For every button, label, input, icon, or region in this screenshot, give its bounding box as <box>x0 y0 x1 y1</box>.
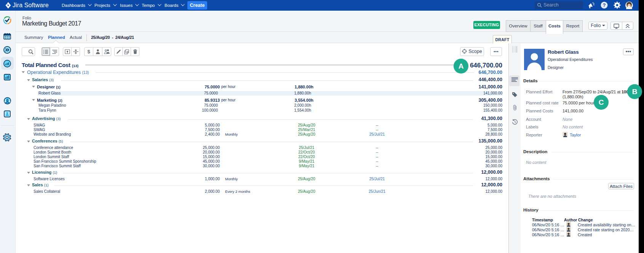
svg-text:?: ? <box>603 2 606 8</box>
